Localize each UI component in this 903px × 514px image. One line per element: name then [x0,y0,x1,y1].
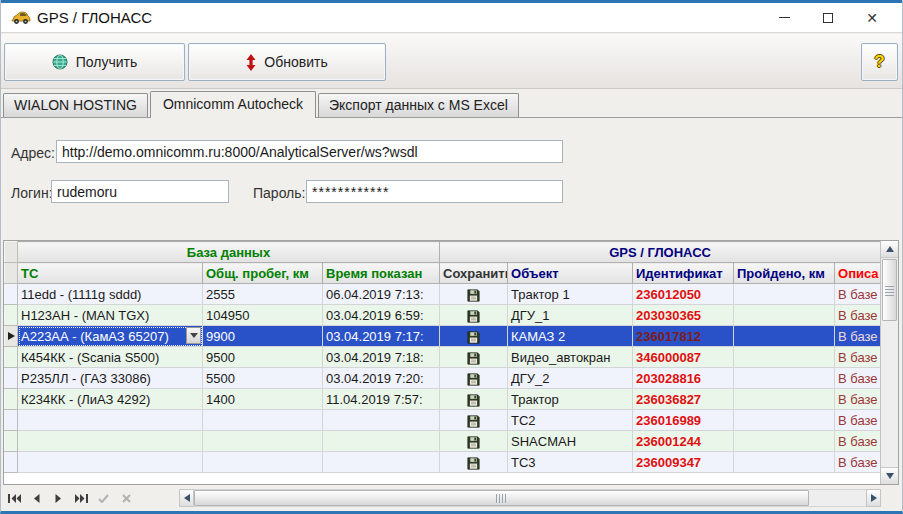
table-row[interactable]: ТС3236009347В базе [5,452,881,473]
time-cell[interactable] [323,410,440,431]
password-input[interactable] [306,180,563,203]
save-icon[interactable] [467,310,480,323]
save-icon[interactable] [467,436,480,449]
time-cell[interactable]: 06.04.2019 7:13: [323,284,440,305]
tc-cell[interactable]: К234КК - (ЛиАЗ 4292) [18,389,203,410]
column-header-passed[interactable]: Пройдено, км [734,263,835,284]
nav-last-button[interactable] [72,490,90,508]
horizontal-scrollbar-track[interactable] [194,489,866,507]
passed-cell[interactable] [734,347,835,368]
mileage-cell[interactable]: 1400 [203,389,323,410]
get-button[interactable]: Получить [4,43,185,81]
time-cell[interactable]: 03.04.2019 7:20: [323,368,440,389]
description-cell[interactable]: В базе [835,305,881,326]
passed-cell[interactable] [734,431,835,452]
passed-cell[interactable] [734,389,835,410]
save-icon[interactable] [467,373,480,386]
table-row[interactable]: А223АА - (КамАЗ 65207)990003.04.2019 7:1… [5,326,881,347]
identifier-cell[interactable]: 236036827 [633,389,734,410]
identifier-cell[interactable]: 203030365 [633,305,734,326]
nav-first-button[interactable] [5,490,23,508]
passed-cell[interactable] [734,452,835,473]
save-icon[interactable] [467,289,480,302]
tab-export-ms-excel[interactable]: Экспорт данных с MS Excel [318,93,519,117]
object-cell[interactable]: SHACMAH [508,431,633,452]
mileage-cell[interactable]: 104950 [203,305,323,326]
tc-cell[interactable] [18,431,203,452]
mileage-cell[interactable]: 5500 [203,368,323,389]
login-input[interactable] [51,180,229,203]
horizontal-scrollbar-thumb[interactable] [194,490,809,506]
save-cell[interactable] [440,431,508,452]
address-input[interactable] [56,140,563,163]
save-icon[interactable] [467,331,480,344]
save-icon[interactable] [467,415,480,428]
time-cell[interactable] [323,452,440,473]
tc-cell[interactable] [18,452,203,473]
time-cell[interactable] [323,431,440,452]
column-header-object[interactable]: Объект [508,263,633,284]
scroll-up-button[interactable] [881,241,898,258]
tab-wialon-hosting[interactable]: WIALON HOSTING [3,93,148,117]
tc-cell[interactable]: Н123АН - (MAN TGX) [18,305,203,326]
object-cell[interactable]: ДГУ_2 [508,368,633,389]
horizontal-scrollbar[interactable] [179,489,881,507]
tc-cell[interactable]: 11edd - (1111g sddd) [18,284,203,305]
passed-cell[interactable] [734,368,835,389]
help-button[interactable]: ? [861,43,898,81]
time-cell[interactable]: 03.04.2019 6:59: [323,305,440,326]
mileage-cell[interactable] [203,431,323,452]
object-cell[interactable]: Трактор 1 [508,284,633,305]
table-row[interactable]: 11edd - (1111g sddd)255506.04.2019 7:13:… [5,284,881,305]
save-cell[interactable] [440,347,508,368]
tc-cell[interactable]: К454КК - (Scania S500) [18,347,203,368]
object-cell[interactable]: Трактор [508,389,633,410]
time-cell[interactable]: 11.04.2019 7:57: [323,389,440,410]
refresh-button[interactable]: Обновить [188,43,386,81]
table-row[interactable]: Н123АН - (MAN TGX)10495003.04.2019 6:59:… [5,305,881,326]
description-cell[interactable]: В базе [835,347,881,368]
save-icon[interactable] [467,394,480,407]
minimize-button[interactable] [762,4,806,32]
save-icon[interactable] [467,457,480,470]
column-header-time[interactable]: Время показан [323,263,440,284]
save-cell[interactable] [440,284,508,305]
object-cell[interactable]: КАМАЗ 2 [508,326,633,347]
save-cell[interactable] [440,389,508,410]
tab-omnicomm-autocheck[interactable]: Omnicomm Autocheck [150,91,316,118]
save-cell[interactable] [440,326,508,347]
description-cell[interactable]: В базе [835,368,881,389]
table-row[interactable]: SHACMAH236001244В базе [5,431,881,452]
column-header-identifier[interactable]: Идентификат [633,263,734,284]
column-header-mileage[interactable]: Общ. пробег, км [203,263,323,284]
mileage-cell[interactable]: 2555 [203,284,323,305]
description-cell[interactable]: В базе [835,389,881,410]
column-header-tc[interactable]: ТС [18,263,203,284]
object-cell[interactable]: Видео_автокран [508,347,633,368]
description-cell[interactable]: В базе [835,410,881,431]
table-row[interactable]: Р235ЛЛ - (ГАЗ 33086)550003.04.2019 7:20:… [5,368,881,389]
vertical-scrollbar-thumb[interactable] [882,259,897,321]
column-header-save[interactable]: Сохранить [440,263,508,284]
identifier-cell[interactable]: 236009347 [633,452,734,473]
mileage-cell[interactable]: 9900 [203,326,323,347]
identifier-cell[interactable]: 346000087 [633,347,734,368]
time-cell[interactable]: 03.04.2019 7:17: [323,326,440,347]
save-cell[interactable] [440,305,508,326]
identifier-cell[interactable]: 236017812 [633,326,734,347]
save-cell[interactable] [440,452,508,473]
scroll-left-button[interactable] [179,489,194,507]
dropdown-button[interactable] [186,327,201,344]
description-cell[interactable]: В базе [835,284,881,305]
tc-cell[interactable] [18,410,203,431]
passed-cell[interactable] [734,284,835,305]
nav-prior-button[interactable] [27,490,45,508]
identifier-cell[interactable]: 236016989 [633,410,734,431]
table-row[interactable]: К454КК - (Scania S500)950003.04.2019 7:1… [5,347,881,368]
mileage-cell[interactable] [203,452,323,473]
scroll-down-button[interactable] [881,467,898,484]
object-cell[interactable]: ТС2 [508,410,633,431]
description-cell[interactable]: В базе [835,431,881,452]
identifier-cell[interactable]: 236012050 [633,284,734,305]
close-button[interactable]: ✕ [850,4,894,32]
